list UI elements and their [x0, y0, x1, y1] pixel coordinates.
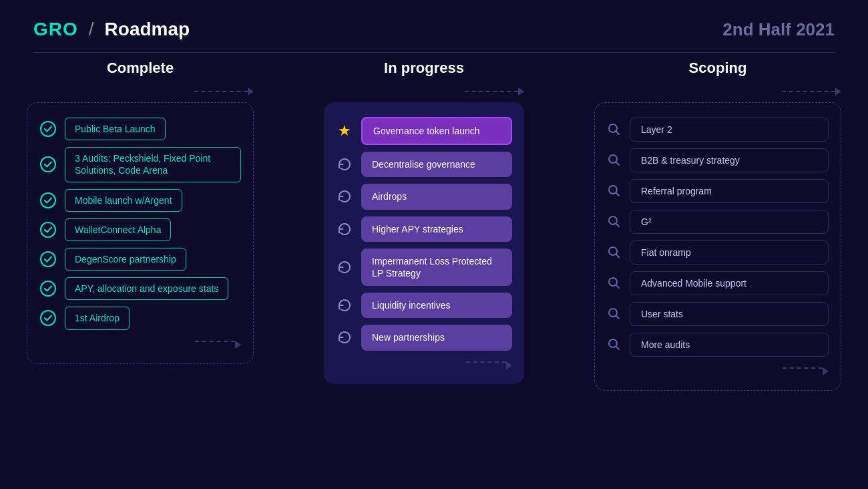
- inprogress-item: Impermanent Loss Protected LP Strategy: [336, 249, 512, 286]
- inprogress-tag: Decentralise governance: [361, 152, 512, 177]
- scoping-tag: Referral program: [630, 179, 829, 203]
- refresh-icon: [336, 220, 353, 238]
- complete-bottom-arrowhead: [235, 341, 241, 349]
- scoping-tag: B2B & treasury strategy: [630, 148, 829, 172]
- scoping-item: Fiat onramp: [607, 240, 829, 265]
- scoping-section: Scoping Layer 2 B2B: [594, 59, 841, 391]
- complete-tag: Mobile launch w/Argent: [65, 189, 182, 212]
- complete-item: 1st Airdrop: [39, 307, 241, 329]
- svg-point-6: [41, 311, 55, 325]
- inprogress-item: ★ Governance token launch: [336, 117, 512, 145]
- inprogress-item: New partnerships: [336, 325, 512, 350]
- complete-dashed-line: [194, 91, 248, 92]
- inprogress-tag: Higher APY strategies: [361, 216, 512, 242]
- refresh-icon: [336, 259, 353, 276]
- svg-point-9: [609, 186, 617, 194]
- inprogress-item: Airdrops: [336, 184, 512, 209]
- inprogress-item: Higher APY strategies: [336, 216, 512, 242]
- svg-point-14: [609, 339, 617, 347]
- star-icon: ★: [336, 122, 353, 140]
- search-icon: [607, 337, 622, 352]
- search-icon: [607, 184, 622, 198]
- scoping-arrow-head: [835, 88, 841, 96]
- header-date: 2nd Half 2021: [722, 19, 835, 40]
- search-icon: [607, 276, 622, 291]
- complete-arrow-row: [27, 88, 254, 96]
- scoping-bottom-arrow-row: [607, 367, 829, 375]
- scoping-tag: User stats: [630, 302, 829, 326]
- scoping-item: Referral program: [607, 179, 829, 203]
- search-icon: [607, 153, 622, 168]
- inprogress-tag: Impermanent Loss Protected LP Strategy: [361, 249, 512, 286]
- complete-item: 3 Audits: Peckshield, Fixed Point Soluti…: [39, 147, 241, 182]
- complete-item: DegenScore partnership: [39, 248, 241, 271]
- complete-items-list: Public Beta Launch 3 Audits: Peckshield,…: [39, 118, 241, 330]
- scoping-panel: Layer 2 B2B & treasury strategy Referral…: [594, 102, 841, 391]
- complete-bottom-dashed: [195, 341, 235, 349]
- scoping-items-list: Layer 2 B2B & treasury strategy Referral…: [607, 118, 829, 357]
- svg-point-0: [41, 122, 55, 136]
- search-icon: [607, 214, 622, 229]
- inprogress-tag: New partnerships: [361, 325, 512, 350]
- inprogress-item: Decentralise governance: [336, 152, 512, 177]
- svg-point-12: [609, 278, 617, 286]
- svg-point-8: [609, 155, 617, 163]
- scoping-item: B2B & treasury strategy: [607, 148, 829, 172]
- scoping-tag: Advanced Mobile support: [630, 271, 829, 295]
- check-icon: [39, 156, 57, 173]
- scoping-item: More audits: [607, 333, 829, 357]
- scoping-tag: G²: [630, 210, 829, 234]
- inprogress-title: In progress: [324, 59, 524, 77]
- complete-item: Mobile launch w/Argent: [39, 189, 241, 212]
- scoping-tag: Fiat onramp: [630, 240, 829, 265]
- inprogress-section: In progress ★ Governance token launch D: [324, 59, 524, 391]
- check-icon: [39, 120, 57, 138]
- page-title: Roadmap: [105, 19, 190, 40]
- logo: GRO: [33, 19, 78, 40]
- scoping-tag: Layer 2: [630, 118, 829, 142]
- svg-point-10: [609, 216, 617, 224]
- inprogress-tag-featured: Governance token launch: [361, 117, 512, 145]
- complete-bottom-arrow-row: [39, 341, 241, 349]
- inprogress-item: Liquidity incentives: [336, 293, 512, 318]
- inprogress-arrow-row: [324, 88, 524, 96]
- svg-point-2: [41, 193, 55, 208]
- complete-tag: WalletConnect Alpha: [65, 218, 171, 241]
- check-icon: [39, 251, 57, 268]
- complete-panel: Public Beta Launch 3 Audits: Peckshield,…: [27, 102, 254, 364]
- check-icon: [39, 280, 57, 297]
- complete-tag: 3 Audits: Peckshield, Fixed Point Soluti…: [65, 147, 241, 182]
- header-left: GRO / Roadmap: [33, 19, 190, 40]
- scoping-tag: More audits: [630, 333, 829, 357]
- svg-point-13: [609, 309, 617, 317]
- inprogress-bottom-arrow-row: [336, 361, 512, 369]
- complete-item: Public Beta Launch: [39, 118, 241, 140]
- inprogress-tag: Airdrops: [361, 184, 512, 209]
- svg-point-5: [41, 281, 55, 296]
- scoping-bottom-dashed: [783, 367, 823, 375]
- scoping-item: G²: [607, 210, 829, 234]
- check-icon: [39, 192, 57, 209]
- inprogress-items-list: ★ Governance token launch Decentralise g…: [336, 117, 512, 351]
- scoping-dashed-line: [782, 91, 835, 92]
- search-icon: [607, 245, 622, 260]
- header-separator: /: [89, 19, 94, 40]
- header: GRO / Roadmap 2nd Half 2021: [0, 0, 868, 52]
- inprogress-dashed-line: [465, 91, 518, 92]
- inprogress-panel: ★ Governance token launch Decentralise g…: [324, 102, 524, 384]
- header-divider-line: [33, 52, 835, 53]
- svg-point-3: [41, 222, 55, 237]
- complete-item: WalletConnect Alpha: [39, 218, 241, 241]
- complete-tag: 1st Airdrop: [65, 307, 130, 329]
- inprogress-bottom-arrowhead: [506, 361, 512, 369]
- inprogress-tag: Liquidity incentives: [361, 293, 512, 318]
- svg-point-11: [609, 247, 617, 255]
- complete-item: APY, allocation and exposure stats: [39, 277, 241, 300]
- main-layout: Complete Public Beta Launch: [0, 59, 868, 391]
- complete-section: Complete Public Beta Launch: [27, 59, 254, 391]
- svg-point-4: [41, 252, 55, 267]
- search-icon: [607, 122, 622, 137]
- svg-point-7: [609, 124, 617, 132]
- check-icon: [39, 309, 57, 327]
- check-icon: [39, 221, 57, 238]
